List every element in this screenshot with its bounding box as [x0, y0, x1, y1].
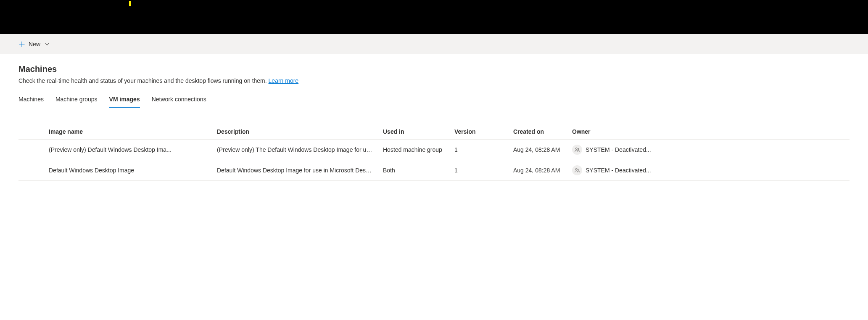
owner-name: SYSTEM - Deactivated... — [586, 146, 651, 153]
table-row[interactable]: (Preview only) Default Windows Desktop I… — [18, 140, 850, 160]
person-icon — [572, 145, 582, 155]
table-header-spacer — [18, 124, 44, 140]
table-header-image-name[interactable]: Image name — [44, 124, 212, 140]
tab-machine-groups[interactable]: Machine groups — [55, 93, 98, 108]
svg-point-3 — [578, 169, 579, 170]
learn-more-link[interactable]: Learn more — [269, 77, 299, 84]
page-title: Machines — [18, 64, 850, 74]
page-subtitle-text: Check the real-time health and status of… — [18, 77, 269, 84]
tabs: Machines Machine groups VM images Networ… — [18, 93, 850, 107]
table-cell-spacer — [18, 160, 44, 181]
table-cell-description: (Preview only) The Default Windows Deskt… — [212, 140, 378, 160]
svg-point-1 — [578, 148, 579, 150]
owner-name: SYSTEM - Deactivated... — [586, 167, 651, 174]
new-button[interactable]: New — [17, 38, 51, 50]
person-icon — [572, 165, 582, 175]
svg-point-0 — [575, 148, 577, 149]
table-cell-created-on: Aug 24, 08:28 AM — [508, 160, 567, 181]
table-cell-created-on: Aug 24, 08:28 AM — [508, 140, 567, 160]
table-cell-used-in: Hosted machine group — [378, 140, 449, 160]
table-header-used-in[interactable]: Used in — [378, 124, 449, 140]
table-row[interactable]: Default Windows Desktop Image Default Wi… — [18, 160, 850, 181]
plus-icon — [18, 41, 25, 48]
vm-images-table: Image name Description Used in Version C… — [18, 124, 850, 181]
table-header-description[interactable]: Description — [212, 124, 378, 140]
top-header-bar — [0, 0, 868, 34]
table-header-row: Image name Description Used in Version C… — [18, 124, 850, 140]
table-cell-version: 1 — [449, 140, 508, 160]
page-content: Machines Check the real-time health and … — [0, 54, 868, 191]
svg-point-2 — [575, 168, 577, 170]
table-cell-image-name[interactable]: Default Windows Desktop Image — [44, 160, 212, 181]
table-cell-image-name[interactable]: (Preview only) Default Windows Desktop I… — [44, 140, 212, 160]
table-cell-used-in: Both — [378, 160, 449, 181]
tab-network-connections[interactable]: Network connections — [152, 93, 206, 108]
new-button-label: New — [29, 41, 40, 48]
chevron-down-icon — [45, 42, 50, 47]
tab-machines[interactable]: Machines — [18, 93, 44, 108]
table-cell-description: Default Windows Desktop Image for use in… — [212, 160, 378, 181]
table-cell-version: 1 — [449, 160, 508, 181]
command-bar: New — [0, 34, 868, 54]
table-header-version[interactable]: Version — [449, 124, 508, 140]
table-cell-spacer — [18, 140, 44, 160]
table-header-owner[interactable]: Owner — [567, 124, 850, 140]
yellow-marker — [129, 1, 131, 6]
table-cell-owner: SYSTEM - Deactivated... — [567, 140, 850, 160]
table-cell-owner: SYSTEM - Deactivated... — [567, 160, 850, 181]
table-header-created-on[interactable]: Created on — [508, 124, 567, 140]
page-subtitle: Check the real-time health and status of… — [18, 77, 850, 84]
tab-vm-images[interactable]: VM images — [109, 93, 140, 108]
